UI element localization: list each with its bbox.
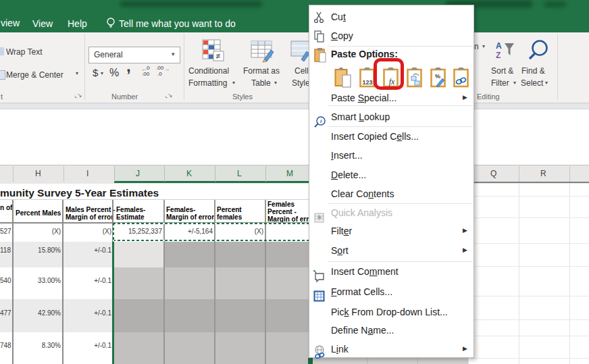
svg-text:%: % xyxy=(435,73,440,80)
svg-text:≠: ≠ xyxy=(216,51,221,61)
svg-text:Z: Z xyxy=(496,51,501,60)
svg-text:123: 123 xyxy=(362,79,372,86)
svg-text:A: A xyxy=(496,41,502,51)
svg-text:i: i xyxy=(320,118,322,124)
